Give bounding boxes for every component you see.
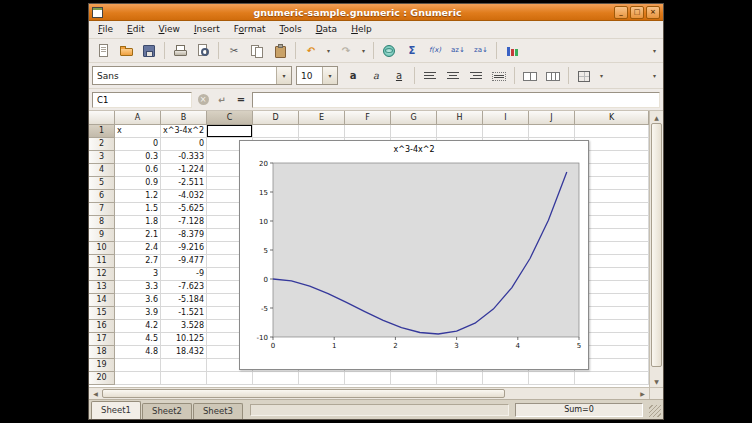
column-header-F[interactable]: F — [345, 111, 391, 125]
cell-A7[interactable]: 1.5 — [115, 203, 161, 216]
cell-H1[interactable] — [437, 125, 483, 138]
cell-A6[interactable]: 1.2 — [115, 190, 161, 203]
cell-B18[interactable]: 18.432 — [161, 346, 207, 359]
menu-view[interactable]: View — [152, 21, 187, 38]
row-header-16[interactable]: 16 — [89, 320, 115, 333]
cell-D20[interactable] — [253, 372, 299, 385]
cell-B20[interactable] — [161, 372, 207, 385]
row-header-14[interactable]: 14 — [89, 294, 115, 307]
align-center-button[interactable] — [442, 65, 464, 86]
cell-E1[interactable] — [299, 125, 345, 138]
cell-A13[interactable]: 3.3 — [115, 281, 161, 294]
cell-A14[interactable]: 3.6 — [115, 294, 161, 307]
scroll-up-icon[interactable]: ▲ — [650, 111, 663, 123]
row-header-20[interactable]: 20 — [89, 372, 115, 385]
vertical-scrollbar-thumb[interactable] — [651, 123, 662, 367]
align-left-button[interactable] — [419, 65, 441, 86]
save-button[interactable] — [138, 40, 160, 61]
redo-history-dropdown[interactable]: ▾ — [358, 40, 369, 61]
underline-button[interactable]: a — [388, 65, 410, 86]
align-right-button[interactable] — [465, 65, 487, 86]
cell-A1[interactable]: x — [115, 125, 161, 138]
cell-B2[interactable]: 0 — [161, 138, 207, 151]
cell-B7[interactable]: -5.625 — [161, 203, 207, 216]
cell-B19[interactable] — [161, 359, 207, 372]
cell-B15[interactable]: -1.521 — [161, 307, 207, 320]
row-header-17[interactable]: 17 — [89, 333, 115, 346]
menu-insert[interactable]: Insert — [187, 21, 227, 38]
merge-cells-button[interactable] — [519, 65, 541, 86]
cell-A18[interactable]: 4.8 — [115, 346, 161, 359]
cell-A3[interactable]: 0.3 — [115, 151, 161, 164]
cell-B17[interactable]: 10.125 — [161, 333, 207, 346]
cell-A11[interactable]: 2.7 — [115, 255, 161, 268]
cell-A16[interactable]: 4.2 — [115, 320, 161, 333]
menu-file[interactable]: File — [91, 21, 120, 38]
print-button[interactable] — [169, 40, 191, 61]
row-header-13[interactable]: 13 — [89, 281, 115, 294]
cancel-button[interactable]: × — [195, 92, 211, 108]
cell-B14[interactable]: -5.184 — [161, 294, 207, 307]
borders-dropdown[interactable]: ▾ — [596, 65, 607, 86]
minimize-button[interactable]: _ — [614, 6, 628, 19]
new-file-button[interactable] — [92, 40, 114, 61]
sort-ascending-button[interactable]: az↓ — [447, 40, 469, 61]
print-preview-button[interactable] — [192, 40, 214, 61]
row-header-19[interactable]: 19 — [89, 359, 115, 372]
cell-H20[interactable] — [437, 372, 483, 385]
cell-B5[interactable]: -2.511 — [161, 177, 207, 190]
cell-K1[interactable] — [575, 125, 649, 138]
row-header-3[interactable]: 3 — [89, 151, 115, 164]
font-size-combo[interactable]: 10 ▾ — [296, 66, 338, 85]
row-header-7[interactable]: 7 — [89, 203, 115, 216]
cell-A5[interactable]: 0.9 — [115, 177, 161, 190]
cell-A15[interactable]: 3.9 — [115, 307, 161, 320]
insert-hyperlink-button[interactable] — [378, 40, 400, 61]
scroll-down-icon[interactable]: ▼ — [650, 375, 663, 387]
cell-A9[interactable]: 2.1 — [115, 229, 161, 242]
insert-chart-button[interactable] — [501, 40, 523, 61]
split-merged-cells-button[interactable] — [542, 65, 564, 86]
cell-I20[interactable] — [483, 372, 529, 385]
cell-B12[interactable]: -9 — [161, 268, 207, 281]
undo-history-dropdown[interactable]: ▾ — [323, 40, 334, 61]
accept-button[interactable]: ↵ — [214, 92, 230, 108]
copy-button[interactable] — [246, 40, 268, 61]
cell-B8[interactable]: -7.128 — [161, 216, 207, 229]
center-across-selection-button[interactable] — [488, 65, 510, 86]
column-header-C[interactable]: C — [207, 111, 253, 125]
select-all-corner[interactable] — [89, 111, 115, 125]
cell-A20[interactable] — [115, 372, 161, 385]
cell-A8[interactable]: 1.8 — [115, 216, 161, 229]
standard-toolbar-overflow[interactable]: ▾ — [649, 40, 660, 61]
scroll-right-icon[interactable]: ▶ — [636, 388, 649, 399]
cell-K20[interactable] — [575, 372, 649, 385]
column-header-E[interactable]: E — [299, 111, 345, 125]
row-header-5[interactable]: 5 — [89, 177, 115, 190]
cell-G1[interactable] — [391, 125, 437, 138]
cell-J20[interactable] — [529, 372, 575, 385]
row-header-2[interactable]: 2 — [89, 138, 115, 151]
cell-B1[interactable]: x^3-4x^2 — [161, 125, 207, 138]
sort-descending-button[interactable]: za↓ — [470, 40, 492, 61]
column-header-D[interactable]: D — [253, 111, 299, 125]
menu-format[interactable]: Format — [227, 21, 273, 38]
row-header-10[interactable]: 10 — [89, 242, 115, 255]
cell-B11[interactable]: -9.477 — [161, 255, 207, 268]
column-header-A[interactable]: A — [115, 111, 161, 125]
cell-A12[interactable]: 3 — [115, 268, 161, 281]
cell-B3[interactable]: -0.333 — [161, 151, 207, 164]
cell-B16[interactable]: 3.528 — [161, 320, 207, 333]
horizontal-scrollbar[interactable]: ◀ ▶ — [89, 387, 649, 399]
menu-help[interactable]: Help — [344, 21, 379, 38]
cell-G20[interactable] — [391, 372, 437, 385]
cell-C1[interactable] — [207, 125, 253, 138]
row-header-15[interactable]: 15 — [89, 307, 115, 320]
cell-A2[interactable]: 0 — [115, 138, 161, 151]
column-header-H[interactable]: H — [437, 111, 483, 125]
font-name-combo[interactable]: Sans ▾ — [92, 66, 292, 85]
row-header-11[interactable]: 11 — [89, 255, 115, 268]
cell-F20[interactable] — [345, 372, 391, 385]
row-header-18[interactable]: 18 — [89, 346, 115, 359]
cell-E20[interactable] — [299, 372, 345, 385]
